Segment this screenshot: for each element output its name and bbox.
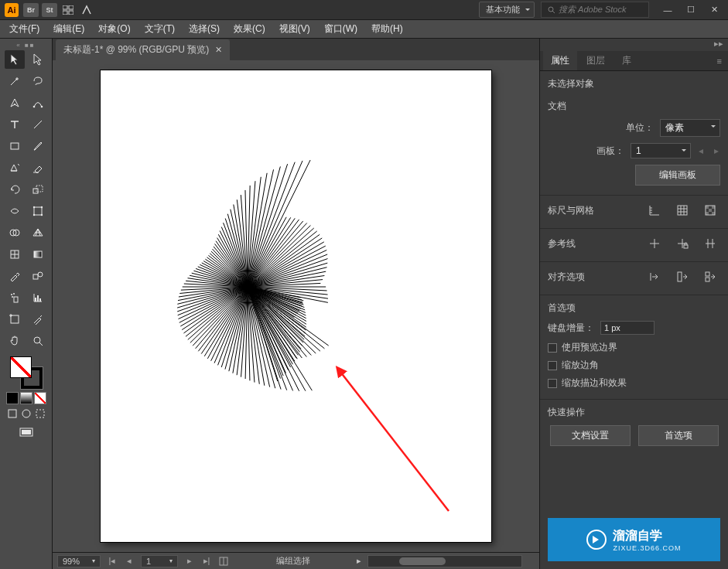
lasso-tool[interactable] <box>28 72 48 90</box>
document-setup-button[interactable]: 文档设置 <box>550 425 631 446</box>
free-transform-tool[interactable] <box>28 202 48 220</box>
line-tool[interactable] <box>28 115 48 134</box>
blend-tool[interactable] <box>28 267 48 285</box>
tab-libraries[interactable]: 库 <box>614 51 639 70</box>
next-artboard-icon[interactable]: ▸ <box>184 556 195 567</box>
mesh-tool[interactable] <box>5 245 25 264</box>
menu-file[interactable]: 文件(F) <box>3 20 46 38</box>
svg-rect-43 <box>36 410 44 417</box>
close-button[interactable]: ✕ <box>705 4 723 16</box>
unit-select[interactable]: 像素 <box>660 119 720 137</box>
scale-tool[interactable] <box>28 180 48 199</box>
edit-artboard-button[interactable]: 编辑画板 <box>635 165 720 186</box>
lock-guides-icon[interactable] <box>672 235 692 252</box>
rectangle-tool[interactable] <box>5 137 25 155</box>
svg-rect-1 <box>69 5 73 9</box>
menu-select[interactable]: 选择(S) <box>183 20 226 38</box>
horizontal-scrollbar[interactable] <box>367 555 522 567</box>
menu-window[interactable]: 窗口(W) <box>318 20 364 38</box>
gpu-icon[interactable] <box>79 3 94 17</box>
snap-point-icon[interactable] <box>644 268 665 285</box>
perspective-tool[interactable] <box>28 223 48 242</box>
fill-stroke-control[interactable] <box>10 356 43 389</box>
draw-inside-icon[interactable] <box>34 407 46 420</box>
collapse-panels-icon[interactable]: ▸▸ <box>540 39 728 51</box>
snap-grid-icon[interactable] <box>672 268 692 285</box>
minimize-button[interactable]: — <box>658 4 677 16</box>
curvature-tool[interactable] <box>28 94 48 112</box>
none-mode-icon[interactable] <box>34 392 46 404</box>
close-tab-icon[interactable]: ✕ <box>215 45 222 55</box>
canvas[interactable] <box>53 60 539 552</box>
tab-layers[interactable]: 图层 <box>579 51 613 70</box>
hand-tool[interactable] <box>5 332 25 350</box>
type-tool[interactable] <box>5 115 25 134</box>
zoom-tool[interactable] <box>28 332 48 350</box>
eyedropper-tool[interactable] <box>5 267 25 285</box>
graph-tool[interactable] <box>28 288 48 307</box>
svg-rect-219 <box>712 206 715 209</box>
smart-guides-icon[interactable] <box>700 235 720 252</box>
status-dropdown-icon[interactable]: ▸ <box>357 556 361 566</box>
menu-edit[interactable]: 编辑(E) <box>47 20 91 38</box>
last-artboard-icon[interactable]: ▸| <box>201 556 212 567</box>
snap-pixel-icon[interactable] <box>700 268 720 285</box>
artboard[interactable] <box>101 70 491 542</box>
grid-icon[interactable] <box>672 202 692 219</box>
next-artboard-panel-icon[interactable]: ▸ <box>713 145 720 156</box>
width-tool[interactable] <box>5 202 25 220</box>
panel-menu-icon[interactable]: ≡ <box>714 56 725 66</box>
prev-artboard-icon[interactable]: ◂ <box>124 556 135 567</box>
menu-type[interactable]: 文字(T) <box>138 20 181 38</box>
bridge-icon[interactable]: Br <box>23 3 39 17</box>
document-tab[interactable]: 未标题-1* @ 99% (RGB/GPU 预览) ✕ <box>56 39 230 60</box>
rotate-tool[interactable] <box>5 180 25 199</box>
shape-builder-tool[interactable] <box>5 223 25 242</box>
workspace-switcher[interactable]: 基本功能 <box>479 2 535 18</box>
symbol-sprayer-tool[interactable] <box>5 288 25 307</box>
tab-properties[interactable]: 属性 <box>543 51 577 70</box>
menu-object[interactable]: 对象(O) <box>92 20 136 38</box>
arrange-documents-icon[interactable] <box>60 3 76 17</box>
menu-view[interactable]: 视图(V) <box>273 20 316 38</box>
fill-swatch[interactable] <box>10 356 32 378</box>
pen-tool[interactable] <box>5 94 25 112</box>
artboard-nav-icon[interactable] <box>218 556 229 567</box>
draw-normal-icon[interactable] <box>6 407 19 420</box>
show-guides-icon[interactable] <box>644 235 665 252</box>
screen-mode-icon[interactable] <box>16 424 36 441</box>
eraser-tool[interactable] <box>28 158 48 177</box>
artboard-tool[interactable] <box>5 310 25 329</box>
ruler-icon[interactable] <box>644 202 665 219</box>
svg-rect-221 <box>706 212 709 215</box>
transparency-grid-icon[interactable] <box>700 202 720 219</box>
selection-tool[interactable] <box>5 50 25 69</box>
prev-artboard-panel-icon[interactable]: ◂ <box>697 145 705 156</box>
artboard-select[interactable]: 1 <box>631 143 691 158</box>
search-icon <box>548 6 555 14</box>
magic-wand-tool[interactable] <box>5 72 25 90</box>
key-increment-input[interactable] <box>600 321 655 335</box>
gradient-tool[interactable] <box>28 245 48 264</box>
gradient-mode-icon[interactable] <box>20 392 32 404</box>
stock-icon[interactable]: St <box>42 3 57 17</box>
svg-point-8 <box>40 106 43 108</box>
toolbox-handle-icon[interactable]: « ■■ <box>16 42 35 49</box>
maximize-button[interactable]: ☐ <box>682 4 700 16</box>
menu-help[interactable]: 帮助(H) <box>365 20 409 38</box>
stock-search[interactable]: 搜索 Adobe Stock <box>541 2 649 18</box>
paintbrush-tool[interactable] <box>28 137 48 155</box>
first-artboard-icon[interactable]: |◂ <box>107 556 118 567</box>
preview-bounds-checkbox[interactable] <box>548 343 557 353</box>
color-mode-icon[interactable] <box>6 392 19 404</box>
scale-strokes-checkbox[interactable] <box>548 379 557 388</box>
artboard-number-field[interactable]: 1▾ <box>141 555 178 567</box>
preferences-button[interactable]: 首选项 <box>638 425 719 446</box>
slice-tool[interactable] <box>28 310 48 329</box>
zoom-field[interactable]: 99%▾ <box>57 555 101 567</box>
scale-corners-checkbox[interactable] <box>548 361 557 370</box>
menu-effect[interactable]: 效果(C) <box>227 20 272 38</box>
shaper-tool[interactable] <box>5 158 25 177</box>
direct-selection-tool[interactable] <box>28 50 48 69</box>
draw-behind-icon[interactable] <box>20 407 32 420</box>
